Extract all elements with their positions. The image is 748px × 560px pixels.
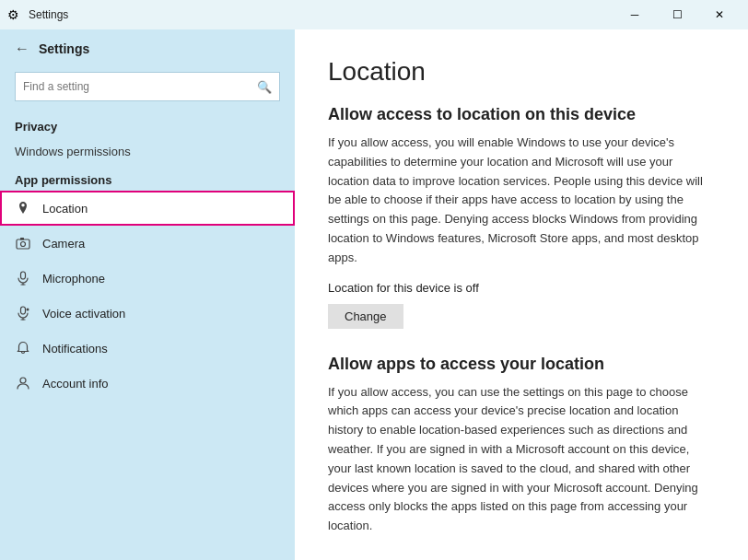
section2-body: If you allow access, you can use the set… xyxy=(328,383,715,536)
section1-title: Allow access to location on this device xyxy=(328,105,715,124)
back-arrow-icon: ← xyxy=(15,41,29,57)
close-button[interactable]: ✕ xyxy=(698,0,741,29)
back-button[interactable]: ← xyxy=(15,41,29,57)
sidebar-title: Settings xyxy=(39,41,89,56)
title-bar-controls: ─ ☐ ✕ xyxy=(614,0,741,29)
sidebar-item-voice-activation-label: Voice activation xyxy=(42,307,125,321)
title-bar-title: Settings xyxy=(29,8,68,21)
camera-icon xyxy=(15,235,31,251)
svg-rect-2 xyxy=(20,238,24,240)
svg-rect-0 xyxy=(17,239,29,249)
sidebar-item-voice-activation[interactable]: Voice activation xyxy=(0,296,295,331)
title-bar-left: ⚙ Settings xyxy=(7,7,68,22)
search-box: 🔍 xyxy=(15,72,280,101)
sidebar-item-camera-label: Camera xyxy=(42,237,85,251)
sidebar: ← Settings 🔍 Privacy Windows permissions… xyxy=(0,29,295,560)
sidebar-item-notifications[interactable]: Notifications xyxy=(0,331,295,366)
sidebar-item-location[interactable]: Location xyxy=(0,191,295,226)
notifications-icon xyxy=(15,340,31,356)
search-icon: 🔍 xyxy=(257,80,272,94)
change-button[interactable]: Change xyxy=(328,304,403,329)
section1-body: If you allow access, you will enable Win… xyxy=(328,134,715,268)
search-button[interactable]: 🔍 xyxy=(250,72,279,101)
sidebar-item-account-info-label: Account info xyxy=(42,377,109,391)
svg-rect-3 xyxy=(21,272,26,279)
search-input[interactable] xyxy=(16,80,250,93)
sidebar-item-account-info[interactable]: Account info xyxy=(0,366,295,401)
sidebar-header: ← Settings xyxy=(0,29,295,68)
app-permissions-section-title: App permissions xyxy=(0,166,295,191)
account-info-icon xyxy=(15,375,31,391)
main-layout: ← Settings 🔍 Privacy Windows permissions… xyxy=(0,29,748,560)
title-bar: ⚙ Settings ─ ☐ ✕ xyxy=(0,0,748,29)
svg-point-9 xyxy=(27,309,29,311)
voice-activation-icon xyxy=(15,305,31,321)
svg-rect-6 xyxy=(21,307,26,314)
svg-point-10 xyxy=(20,378,26,383)
sidebar-item-location-label: Location xyxy=(42,202,88,216)
sidebar-item-notifications-label: Notifications xyxy=(42,342,108,356)
privacy-section-title: Privacy xyxy=(0,112,295,137)
sidebar-item-camera[interactable]: Camera xyxy=(0,226,295,261)
svg-point-1 xyxy=(21,242,26,247)
content-area: Location Allow access to location on thi… xyxy=(295,29,748,560)
location-icon xyxy=(15,200,31,216)
microphone-icon xyxy=(15,270,31,286)
minimize-button[interactable]: ─ xyxy=(614,0,656,29)
location-status-text: Location for this device is off xyxy=(328,281,715,295)
sidebar-item-microphone[interactable]: Microphone xyxy=(0,261,295,296)
section2-title: Allow apps to access your location xyxy=(328,355,715,374)
windows-permissions-link[interactable]: Windows permissions xyxy=(0,137,295,166)
app-icon: ⚙ xyxy=(7,7,19,22)
page-title: Location xyxy=(328,57,715,87)
maximize-button[interactable]: ☐ xyxy=(656,0,698,29)
sidebar-item-microphone-label: Microphone xyxy=(42,272,105,286)
